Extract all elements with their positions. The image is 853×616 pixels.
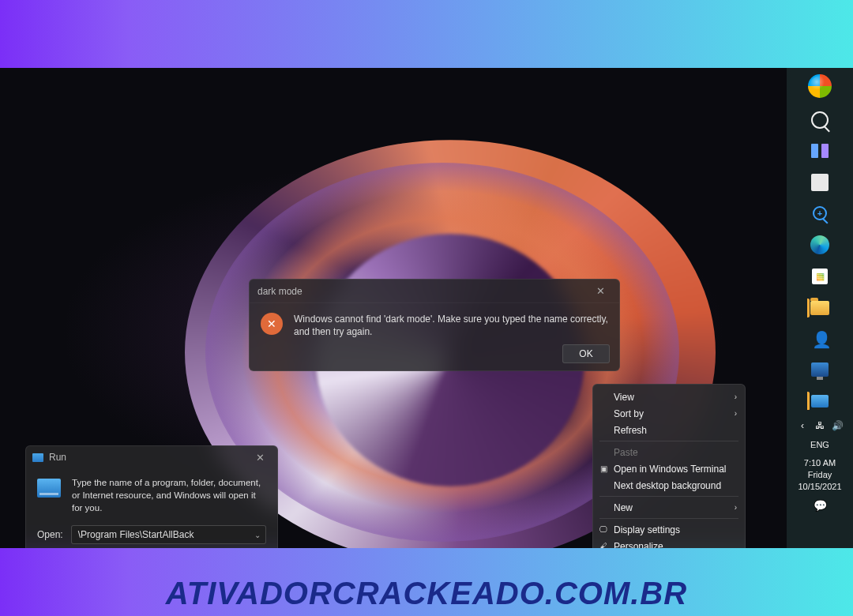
desktop[interactable]: dark mode ✕ ✕ Windows cannot find 'dark …	[0, 68, 787, 548]
taskbar-run-app[interactable]	[807, 393, 832, 410]
app-icon	[811, 174, 829, 191]
run-big-icon	[37, 479, 61, 498]
search-button[interactable]	[807, 111, 832, 129]
taskbar-contacts[interactable]: 👤	[807, 330, 832, 347]
ctx-personalize[interactable]: 🖌Personalize	[593, 538, 745, 548]
folder-icon	[810, 301, 829, 315]
system-tray: ‹ 🖧 🔊 ENG 7:10 AM Friday 10/15/2021 💬	[787, 410, 853, 548]
task-view-button[interactable]	[807, 142, 832, 160]
ctx-display-settings[interactable]: 🖵Display settings	[593, 521, 745, 538]
run-dialog: Run ✕ Type the name of a program, folder…	[25, 445, 278, 548]
taskbar-monitor-app[interactable]	[807, 361, 832, 378]
error-dialog-title: dark mode	[257, 286, 589, 297]
taskview-icon	[811, 144, 829, 158]
error-dialog-titlebar[interactable]: dark mode ✕	[250, 280, 619, 303]
chevron-right-icon: ›	[735, 503, 737, 512]
magnifier-icon: +	[813, 206, 827, 220]
person-icon: 👤	[812, 330, 828, 347]
ctx-new[interactable]: New›	[593, 499, 745, 516]
clock[interactable]: 7:10 AM Friday 10/15/2021	[798, 457, 841, 493]
separator	[599, 441, 738, 441]
monitor-icon	[811, 362, 829, 377]
terminal-icon: ▣	[598, 464, 609, 474]
separator	[599, 496, 738, 497]
start-button[interactable]	[807, 74, 832, 98]
error-x-icon: ✕	[261, 313, 283, 335]
run-dialog-title: Run	[49, 452, 249, 463]
clock-time: 7:10 AM	[798, 457, 841, 469]
run-app-icon	[32, 453, 43, 462]
ctx-paste: Paste	[593, 444, 745, 460]
language-indicator[interactable]: ENG	[810, 440, 829, 449]
store-icon	[812, 269, 828, 284]
close-icon[interactable]: ✕	[249, 449, 271, 465]
tray-chevron-icon[interactable]: ‹	[797, 420, 808, 431]
active-indicator	[807, 392, 810, 411]
error-message: Windows cannot find 'dark mode'. Make su…	[294, 313, 608, 338]
chevron-right-icon: ›	[735, 409, 737, 418]
taskbar-edge[interactable]	[807, 235, 832, 254]
watermark-text: ATIVADORCRACKEADO.COM.BR	[0, 576, 853, 611]
run-open-label: Open:	[37, 529, 63, 540]
ctx-sort-by[interactable]: Sort by›	[593, 405, 745, 422]
network-icon[interactable]: 🖧	[814, 420, 825, 431]
ctx-next-background[interactable]: Next desktop background	[593, 477, 745, 494]
error-dialog: dark mode ✕ ✕ Windows cannot find 'dark …	[249, 279, 620, 371]
desktop-context-menu: View› Sort by› Refresh Paste ▣Open in Wi…	[592, 384, 746, 548]
search-icon	[811, 111, 829, 129]
volume-icon[interactable]: 🔊	[832, 420, 843, 431]
error-ok-button[interactable]: OK	[562, 344, 610, 363]
ctx-refresh[interactable]: Refresh	[593, 422, 745, 438]
taskbar-store[interactable]	[807, 268, 832, 285]
run-description: Type the name of a program, folder, docu…	[72, 476, 266, 514]
ctx-view[interactable]: View›	[593, 389, 745, 405]
notification-center-icon[interactable]: 💬	[814, 499, 827, 512]
separator	[599, 518, 738, 519]
close-icon[interactable]: ✕	[589, 284, 611, 299]
ctx-open-terminal[interactable]: ▣Open in Windows Terminal	[593, 460, 745, 477]
taskbar-app-blank[interactable]	[807, 174, 832, 191]
run-icon	[811, 395, 829, 408]
clock-date: 10/15/2021	[798, 481, 841, 493]
chevron-down-icon[interactable]: ⌄	[254, 531, 261, 539]
display-icon: 🖵	[598, 525, 609, 535]
taskbar-explorer[interactable]	[807, 299, 832, 317]
run-dialog-titlebar[interactable]: Run ✕	[26, 446, 277, 468]
brush-icon: 🖌	[598, 542, 609, 549]
run-open-value: \Program Files\StartAllBack	[78, 529, 194, 540]
taskbar: + 👤	[787, 68, 853, 410]
chevron-right-icon: ›	[735, 393, 737, 401]
clock-day: Friday	[798, 469, 841, 481]
run-open-combobox[interactable]: \Program Files\StartAllBack ⌄	[71, 525, 266, 544]
taskbar-magnifier[interactable]: +	[807, 205, 832, 222]
edge-icon	[810, 235, 829, 254]
active-indicator	[807, 299, 810, 317]
